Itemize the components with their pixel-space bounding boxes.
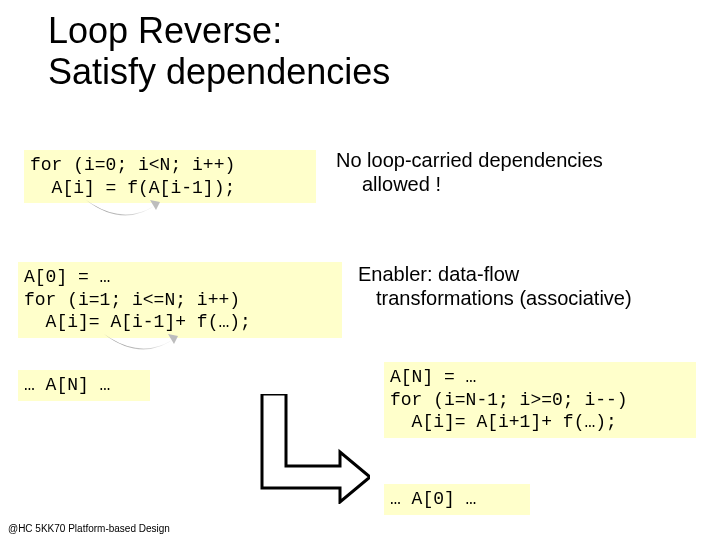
note1-line1: No loop-carried dependencies: [336, 149, 603, 171]
code-block-reverse: A[N] = … for (i=N-1; i>=0; i--) A[i]= A[…: [384, 362, 696, 438]
slide-title: Loop Reverse: Satisfy dependencies: [48, 10, 390, 93]
note2-line2: transformations (associative): [358, 286, 678, 310]
transform-arrow: [242, 394, 370, 504]
title-line2: Satisfy dependencies: [48, 51, 390, 92]
note2-line1: Enabler: data-flow: [358, 263, 519, 285]
title-line1: Loop Reverse:: [48, 10, 282, 51]
code-block-result-A0: … A[0] …: [384, 484, 530, 515]
note-no-loop-carried: No loop-carried dependencies allowed !: [336, 148, 676, 196]
note-enabler: Enabler: data-flow transformations (asso…: [358, 262, 678, 310]
code-block-result-AN: … A[N] …: [18, 370, 150, 401]
footer-attribution: @HC 5KK70 Platform-based Design: [8, 523, 170, 534]
code-block-forward: A[0] = … for (i=1; i<=N; i++) A[i]= A[i-…: [18, 262, 342, 338]
note1-line2: allowed !: [336, 172, 676, 196]
code-block-original: for (i=0; i<N; i++) A[i] = f(A[i-1]);: [24, 150, 316, 203]
